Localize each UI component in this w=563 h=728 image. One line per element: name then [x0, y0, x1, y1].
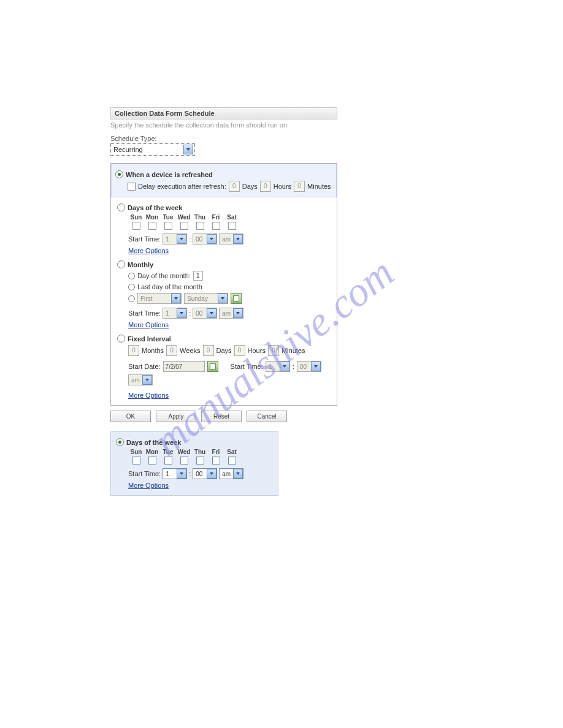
- minute-select[interactable]: 00: [193, 233, 217, 245]
- day-checkbox-fri[interactable]: [212, 457, 220, 464]
- more-options-link[interactable]: More Options: [128, 321, 169, 328]
- last-day-label: Last day of the month: [137, 283, 202, 290]
- start-time-label: Start Time:: [128, 470, 161, 477]
- days-table: Sun Mon Tue Wed Thu Fri Sat: [128, 214, 331, 230]
- ampm-select[interactable]: am: [219, 233, 243, 245]
- day-checkbox-tue[interactable]: [164, 457, 172, 464]
- reset-button[interactable]: Reset: [201, 411, 242, 422]
- day-of-month-label: Day of the month:: [137, 272, 191, 279]
- chevron-down-icon: [280, 362, 289, 371]
- start-time-label: Start Time:: [128, 309, 161, 317]
- delay-minutes-input[interactable]: 0: [294, 181, 305, 192]
- ordinal-select[interactable]: First: [137, 293, 182, 304]
- delay-days-unit: Days: [242, 183, 258, 190]
- radio-fixed-interval-label: Fixed Interval: [128, 335, 171, 343]
- day-checkbox-sun[interactable]: [132, 457, 140, 464]
- day-header: Tue: [160, 449, 176, 455]
- hours-input[interactable]: 0: [234, 345, 245, 356]
- radio-fixed-interval[interactable]: [117, 335, 125, 343]
- day-header: Thu: [192, 214, 208, 221]
- delay-hours-input[interactable]: 0: [260, 181, 271, 192]
- start-time-label: Start Time:: [128, 235, 161, 243]
- hours-unit: Hours: [248, 347, 266, 354]
- minutes-input[interactable]: 0: [268, 345, 279, 356]
- ampm-select[interactable]: am: [219, 308, 243, 319]
- day-checkbox-mon[interactable]: [148, 222, 156, 230]
- day-header: Tue: [160, 214, 176, 221]
- start-time-label: Start Time:: [231, 363, 263, 370]
- monthly-section: Monthly Day of the month: 1 Last day of …: [117, 260, 331, 328]
- radio-ordinal[interactable]: [128, 295, 135, 302]
- panel-header: Collection Data Form Schedule: [110, 107, 337, 119]
- day-header: Wed: [176, 214, 192, 221]
- weeks-input[interactable]: 0: [166, 345, 177, 356]
- ampm-select[interactable]: am: [219, 468, 243, 479]
- minute-select[interactable]: 00: [193, 468, 217, 479]
- delay-hours-unit: Hours: [274, 183, 291, 190]
- start-date-input[interactable]: [163, 361, 205, 372]
- calendar-icon[interactable]: [231, 293, 242, 304]
- day-checkbox-thu[interactable]: [196, 457, 204, 464]
- radio-days-of-week-label: Days of the week: [128, 204, 182, 211]
- delay-minutes-unit: Minutes: [307, 183, 331, 190]
- months-input[interactable]: 0: [128, 345, 139, 356]
- chevron-down-icon: [207, 308, 216, 318]
- calendar-icon[interactable]: [207, 361, 218, 372]
- day-checkbox-mon[interactable]: [148, 457, 156, 464]
- days-table: Sun Mon Tue Wed Thu Fri Sat: [128, 449, 273, 464]
- chevron-down-icon: [218, 294, 228, 303]
- instruction-text: Specify the schedule the collection data…: [110, 119, 337, 135]
- ok-button[interactable]: OK: [110, 411, 151, 422]
- radio-day-of-month[interactable]: [128, 273, 135, 279]
- days-input[interactable]: 0: [203, 345, 214, 356]
- radio-last-day[interactable]: [128, 284, 135, 290]
- day-header: Thu: [192, 449, 208, 455]
- radio-days-of-week[interactable]: [117, 203, 125, 211]
- radio-days-of-week-label: Days of the week: [126, 439, 181, 446]
- delay-days-input[interactable]: 0: [229, 181, 240, 192]
- hour-select[interactable]: 1: [163, 308, 187, 319]
- schedule-type-label: Schedule Type:: [110, 135, 337, 142]
- day-checkbox-fri[interactable]: [212, 222, 220, 230]
- day-header: Mon: [144, 449, 160, 455]
- day-of-month-input[interactable]: 1: [193, 271, 203, 281]
- hour-select[interactable]: 1: [163, 233, 187, 245]
- delay-checkbox[interactable]: [128, 183, 136, 191]
- minutes-unit: Minutes: [282, 347, 305, 354]
- day-checkbox-sat[interactable]: [228, 457, 236, 464]
- day-header: Wed: [176, 449, 192, 455]
- radio-refresh-label: When a device is refreshed: [126, 171, 213, 178]
- hour-select[interactable]: 1: [163, 468, 187, 479]
- radio-monthly[interactable]: [117, 260, 125, 268]
- day-checkbox-sun[interactable]: [132, 222, 140, 230]
- minute-select[interactable]: 00: [297, 361, 321, 372]
- refresh-section: When a device is refreshed Delay executi…: [111, 164, 337, 197]
- day-header: Mon: [144, 214, 160, 221]
- minute-select[interactable]: 00: [193, 308, 217, 319]
- months-unit: Months: [142, 347, 164, 354]
- more-options-link[interactable]: More Options: [128, 247, 169, 254]
- apply-button[interactable]: Apply: [156, 411, 196, 422]
- day-checkbox-tue[interactable]: [164, 222, 172, 230]
- day-checkbox-wed[interactable]: [180, 222, 188, 230]
- schedule-type-select[interactable]: Recurring: [110, 143, 195, 156]
- cancel-button[interactable]: Cancel: [247, 411, 287, 422]
- day-checkbox-wed[interactable]: [180, 457, 188, 464]
- radio-days-of-week[interactable]: [116, 438, 124, 446]
- ampm-select[interactable]: am: [128, 374, 153, 385]
- day-header: Sun: [128, 214, 144, 221]
- chevron-down-icon: [142, 375, 152, 385]
- chevron-down-icon: [207, 234, 216, 244]
- day-checkbox-thu[interactable]: [196, 222, 204, 230]
- radio-monthly-label: Monthly: [128, 261, 153, 268]
- day-checkbox-sat[interactable]: [228, 222, 236, 230]
- radio-refresh[interactable]: [115, 170, 123, 178]
- hour-select[interactable]: 1: [266, 361, 290, 372]
- weekday-select[interactable]: Sunday: [184, 293, 228, 304]
- day-header: Fri: [208, 214, 224, 221]
- day-header: Sat: [224, 214, 240, 221]
- fixed-interval-section: Fixed Interval 0 Months 0 Weeks 0 Days 0…: [117, 335, 331, 399]
- day-header: Sun: [128, 449, 144, 455]
- more-options-link[interactable]: More Options: [128, 392, 169, 399]
- more-options-link[interactable]: More Options: [128, 482, 169, 489]
